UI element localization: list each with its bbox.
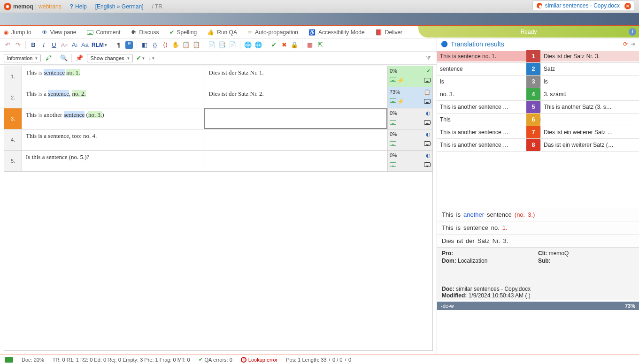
segment-number: 5. <box>4 151 22 171</box>
user-path: / TR <box>152 3 162 10</box>
funnel-icon[interactable]: ⧩ <box>424 54 432 62</box>
segment-target[interactable] <box>205 151 388 171</box>
quote-icon[interactable]: ❞ <box>125 41 133 49</box>
undo-icon[interactable]: ↶ <box>4 41 11 49</box>
close-icon[interactable]: ✕ <box>624 3 631 9</box>
segment-row[interactable]: 3.This is another sentence (no. 3.)0%◐ <box>4 108 432 129</box>
connection-icon <box>5 357 13 363</box>
lock-icon[interactable]: 🔒 <box>291 41 298 49</box>
result-row[interactable]: This is sentence no. 1.1Dies ist der Sat… <box>437 50 639 63</box>
show-changes-select[interactable]: Show changes <box>87 54 132 62</box>
comment-icon[interactable] <box>390 120 396 125</box>
confirm-icon[interactable]: ✔ <box>270 41 277 49</box>
comment-icon[interactable] <box>390 141 396 146</box>
segment-target[interactable] <box>205 129 388 150</box>
segment-row[interactable]: 5.Is this a sentence (no. 5.)?0%◐ <box>4 151 432 172</box>
result-row[interactable]: This6 <box>437 114 639 126</box>
accept-changes-icon[interactable]: ✔ <box>137 54 144 62</box>
sb-lookup-error[interactable]: Lookup error <box>241 357 277 363</box>
globe2-icon[interactable]: 🌐 <box>254 41 262 49</box>
export-icon[interactable]: ⇱ <box>316 41 324 49</box>
info-icon[interactable]: i <box>629 28 636 36</box>
results-list: This is sentence no. 1.1Dies ist der Sat… <box>437 50 639 152</box>
segment-target[interactable] <box>204 108 388 129</box>
segment-target[interactable]: Dies ist der Satz Nr. 1. <box>205 66 388 87</box>
segment-source[interactable]: This is a sentence, too: no. 4. <box>22 129 205 150</box>
note-icon[interactable] <box>424 99 431 104</box>
segment-source[interactable]: Is this a sentence (no. 5.)? <box>22 151 205 171</box>
pin-icon[interactable]: 📌 <box>76 54 83 62</box>
language-pair[interactable]: [English » German] <box>95 3 144 10</box>
bold-icon[interactable]: B <box>30 41 37 49</box>
status-text: Ready <box>521 29 537 35</box>
tag-icon-3[interactable]: ⟨⟩ <box>162 41 169 49</box>
copy-icon[interactable]: 📄 <box>208 41 216 49</box>
redo-icon[interactable]: ↷ <box>14 41 22 49</box>
comment-button[interactable]: Comment <box>87 29 121 36</box>
result-row[interactable]: is3is <box>437 76 639 88</box>
tag-icon-4[interactable]: ✋ <box>172 41 179 49</box>
clipboard-icon[interactable]: 📋 <box>182 41 190 49</box>
match-percent: 0% <box>390 131 397 137</box>
result-target <box>540 118 639 121</box>
segment-source[interactable]: This is sentence no. 1. <box>22 66 205 87</box>
jump-to-button[interactable]: ◉Jump to <box>4 29 31 36</box>
highlighter-icon[interactable]: 🖍 <box>45 54 52 62</box>
segment-target[interactable]: Dies ist der Satz Nr. 2. <box>205 87 388 108</box>
dom-label: Dom: <box>442 258 456 264</box>
sort-icon[interactable]: ↓ <box>148 54 155 62</box>
segment-row[interactable]: 4.This is a sentence, too: no. 4.0%◐ <box>4 129 432 151</box>
comment-icon[interactable] <box>390 77 396 82</box>
filter-value: information <box>7 55 32 61</box>
result-source: This is another sentence … <box>437 102 526 112</box>
editor-pane: ↶ ↷ B I U A× A₂ Aa RLM ¶ ❞ ◧ {} ⟨⟩ ✋ � <box>0 38 437 355</box>
note-icon[interactable] <box>424 141 431 146</box>
comment-icon[interactable] <box>390 98 396 103</box>
discuss-button[interactable]: 🗣Discuss <box>131 29 159 36</box>
segment-source[interactable]: This is a sentence, no. 2. <box>22 87 205 108</box>
note-icon[interactable] <box>424 162 431 167</box>
globe-icon[interactable]: 🌐 <box>244 41 252 49</box>
pilcrow-icon[interactable]: ¶ <box>115 41 123 49</box>
comment-icon[interactable] <box>390 162 396 167</box>
view-pane-button[interactable]: 👁View pane <box>42 29 77 36</box>
reject-icon[interactable]: ✖ <box>280 41 288 49</box>
note-icon[interactable] <box>424 78 431 83</box>
tag-icon-1[interactable]: ◧ <box>141 41 148 49</box>
tag-icon-2[interactable]: {} <box>151 41 159 49</box>
refresh-icon[interactable]: ⟳ <box>623 41 628 47</box>
doc-tab-icon <box>537 3 542 8</box>
clear-format-icon[interactable]: A× <box>61 41 68 49</box>
spelling-button[interactable]: ✔Spelling <box>169 29 197 36</box>
case-icon[interactable]: Aa <box>81 41 89 49</box>
search-icon[interactable]: 🔍 <box>60 54 68 62</box>
help-link[interactable]: ? Help <box>70 3 87 10</box>
segment-status: 0%◐ <box>387 151 432 171</box>
result-row[interactable]: no. 3.43. számú <box>437 88 639 101</box>
segment-row[interactable]: 1.This is sentence no. 1.Dies ist der Sa… <box>4 66 432 87</box>
document-tab[interactable]: similar sentences - Copy.docx ✕ <box>532 0 634 10</box>
segment-row[interactable]: 2.This is a sentence, no. 2.Dies ist der… <box>4 87 432 108</box>
grid-icon[interactable]: ▦ <box>306 41 314 49</box>
underline-icon[interactable]: U <box>50 41 58 49</box>
result-row[interactable]: This is another sentence …7Dies ist ein … <box>437 126 639 139</box>
collapse-icon[interactable]: ⇥ <box>631 41 635 47</box>
results-pane: 🔵 Translation results ⟳ ⇥ This is senten… <box>437 38 639 355</box>
note-icon[interactable] <box>424 120 431 125</box>
result-row[interactable]: This is another sentence …5This is anoth… <box>437 101 639 114</box>
segment-source[interactable]: This is another sentence (no. 3.) <box>22 108 204 129</box>
result-source: no. 3. <box>437 89 526 99</box>
clipboard2-icon[interactable]: 📋 <box>192 41 200 49</box>
result-row[interactable]: sentence2Satz <box>437 63 639 76</box>
auto-propagation-button[interactable]: ≣Auto-propagation <box>247 29 298 36</box>
run-qa-button[interactable]: 👍Run QA <box>207 29 237 36</box>
copy3-icon[interactable]: 📄 <box>229 41 236 49</box>
subscript-icon[interactable]: A₂ <box>71 41 78 49</box>
italic-icon[interactable]: I <box>40 41 47 49</box>
copy2-icon[interactable]: 📑 <box>218 41 226 49</box>
filter-select[interactable]: information <box>4 54 41 62</box>
result-row[interactable]: This is another sentence …8Das ist ein w… <box>437 139 639 152</box>
accessibility-button[interactable]: ♿Accessibility Mode <box>308 29 365 36</box>
deliver-button[interactable]: 📕Deliver <box>375 29 402 36</box>
rlm-button[interactable]: RLM <box>92 42 107 48</box>
